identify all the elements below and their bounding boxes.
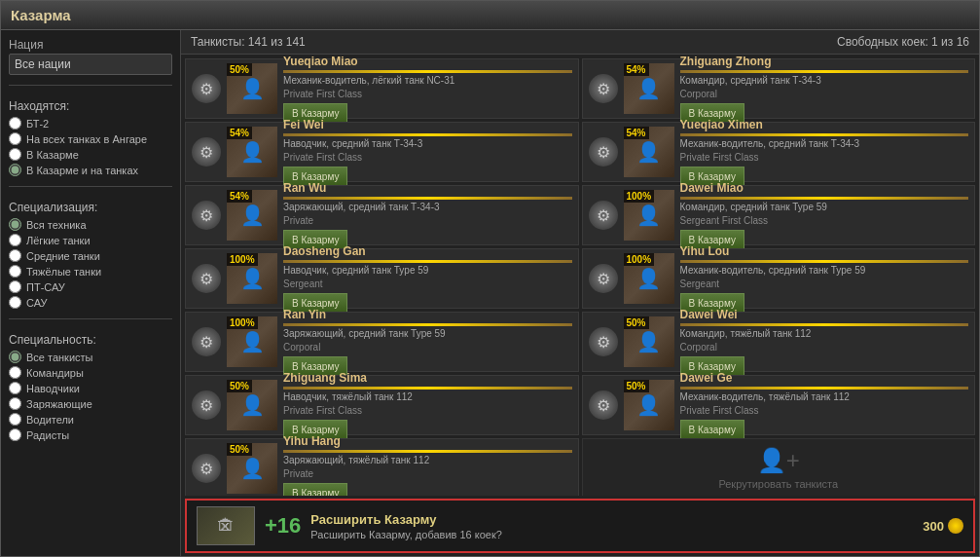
tankman-name: Zhiguang Sima [283, 371, 572, 385]
tankman-name: Yihu Hang [283, 434, 572, 448]
tankman-rank: Private First Class [680, 405, 969, 416]
tankman-role: Заряжающий, тяжёлый танк 112 [283, 455, 572, 466]
specialty-loader[interactable]: Заряжающие [9, 397, 172, 410]
tankman-info: Zhiguang Sima Наводчик, тяжёлый танк 112… [283, 371, 572, 440]
nation-label: Нация [9, 38, 172, 52]
divider-3 [9, 318, 172, 319]
location-label-all-hangar: На всех танках в Ангаре [26, 133, 147, 145]
nation-select[interactable]: Все нации [9, 54, 172, 75]
location-option-barracks[interactable]: В Казарме [9, 148, 172, 161]
tankman-info: Zhiguang Zhong Командир, средний танк Т-… [680, 55, 969, 124]
gear-icon: ⚙ [192, 454, 221, 483]
tankman-name: Zhiguang Zhong [680, 55, 969, 68]
pct-badge: 54% [624, 127, 649, 139]
tankman-info: Yihu Lou Механик-водитель, средний танк … [680, 244, 969, 314]
main-content: Танкисты: 141 из 141 Свободных коек: 1 и… [181, 30, 979, 556]
spec-medium[interactable]: Средние танки [9, 249, 172, 262]
tankman-card: ⚙ 👤 54% Zhiguang Zhong Командир, средний… [582, 58, 976, 119]
tankman-rank: Private First Class [283, 89, 572, 99]
spec-light[interactable]: Лёгкие танки [9, 234, 172, 246]
location-label-bt2: БТ-2 [26, 118, 49, 130]
tankman-role: Заряжающий, средний танк Type 59 [283, 328, 572, 340]
expand-preview-image: 🏚 [197, 506, 255, 545]
tankman-avatar: 👤 50% [624, 380, 674, 430]
specialty-radio[interactable]: Радисты [9, 428, 172, 441]
gear-icon: ⚙ [589, 390, 618, 420]
pct-badge: 50% [624, 316, 649, 329]
tankman-name: Dawei Ge [680, 371, 969, 385]
specialty-driver[interactable]: Водители [9, 413, 172, 426]
stripe-bar [283, 133, 572, 136]
gear-icon: ⚙ [192, 74, 221, 103]
tankman-info: Yueqiao Miao Механик-водитель, лёгкий та… [283, 55, 572, 124]
spec-heavy[interactable]: Тяжёлые танки [9, 265, 172, 278]
spec-spg[interactable]: САУ [9, 296, 172, 309]
tankman-card: ⚙ 👤 100% Yihu Lou Механик-водитель, сред… [582, 248, 976, 309]
gear-icon: ⚙ [589, 201, 618, 230]
gear-icon: ⚙ [192, 201, 221, 230]
tankman-name: Ran Yin [283, 308, 572, 321]
title-bar: Казарма [1, 1, 979, 30]
divider-2 [9, 186, 172, 187]
pct-badge: 50% [227, 380, 252, 392]
tankman-card: ⚙ 👤 54% Yueqiao Ximen Механик-водитель, … [582, 122, 976, 182]
tankman-card: ⚙ 👤 100% Daosheng Gan Наводчик, средний … [185, 248, 579, 309]
location-option-both[interactable]: В Казарме и на танках [9, 164, 172, 176]
spec-all[interactable]: Вся техника [9, 218, 172, 231]
tankman-card: ⚙ 👤 50% Yihu Hang Заряжающий, тяжёлый та… [185, 438, 579, 496]
tankman-info: Dawei Wei Командир, тяжёлый танк 112 Cor… [680, 308, 969, 377]
tankman-rank: Corporal [680, 342, 969, 353]
tankman-info: Ran Wu Заряжающий, средний танк Т-34-3 P… [283, 181, 572, 250]
btn-barracks[interactable]: В Казарму [680, 420, 744, 440]
specialty-gunner[interactable]: Наводчики [9, 382, 172, 394]
tankman-avatar: 👤 54% [624, 63, 674, 114]
specialty-all[interactable]: Все танкисты [9, 351, 172, 363]
expand-title: Расширить Казарму [310, 512, 913, 527]
pct-badge: 50% [624, 380, 649, 392]
pct-badge: 50% [227, 63, 252, 76]
expand-text: Расширить Казарму Расширить Казарму, доб… [310, 512, 913, 540]
tankman-avatar: 👤 54% [624, 127, 674, 177]
btn-barracks[interactable]: В Казарму [283, 483, 347, 497]
specialty-commander[interactable]: Командиры [9, 366, 172, 379]
tankman-rank: Corporal [680, 89, 969, 99]
gear-icon: ⚙ [589, 264, 618, 293]
pct-badge: 100% [227, 253, 258, 266]
recruit-slot[interactable]: 👤+ Рекрутировать танкиста [582, 438, 976, 496]
tankmen-list: ⚙ 👤 50% Yueqiao Miao Механик-водитель, л… [181, 55, 979, 496]
window-title: Казарма [11, 7, 71, 23]
tankman-role: Командир, тяжёлый танк 112 [680, 328, 969, 340]
tankman-avatar: 👤 100% [624, 253, 674, 304]
tankman-rank: Sergeant First Class [680, 215, 969, 226]
gear-icon: ⚙ [589, 137, 618, 167]
pct-badge: 54% [624, 63, 649, 76]
free-bunks: Свободных коек: 1 из 16 [837, 35, 969, 49]
tankman-rank: Sergeant [283, 278, 572, 289]
location-option-all-hangar[interactable]: На всех танках в Ангаре [9, 132, 172, 145]
expand-cost-value: 300 [923, 519, 944, 534]
spec-radio-group: Вся техника Лёгкие танки Средние танки Т… [9, 218, 172, 309]
expand-barracks-bar[interactable]: 🏚 +16 Расширить Казарму Расширить Казарм… [185, 499, 975, 553]
stripe-bar [680, 70, 969, 73]
tankman-card: ⚙ 👤 54% Ran Wu Заряжающий, средний танк … [185, 185, 579, 245]
tankman-role: Наводчик, тяжёлый танк 112 [283, 391, 572, 403]
tankman-avatar: 👤 50% [227, 63, 277, 114]
location-option-bt2[interactable]: БТ-2 [9, 117, 172, 130]
pct-badge: 100% [624, 190, 655, 203]
tankman-info: Yueqiao Ximen Механик-водитель, средний … [680, 118, 969, 187]
specialty-title: Специальность: [9, 333, 172, 347]
tankman-avatar: 👤 50% [624, 316, 674, 367]
content-header: Танкисты: 141 из 141 Свободных коек: 1 и… [181, 30, 979, 55]
tankman-role: Заряжающий, средний танк Т-34-3 [283, 202, 572, 213]
tankman-avatar: 👤 50% [227, 443, 277, 494]
tankists-count: Танкисты: 141 из 141 [191, 35, 306, 49]
tankman-rank: Private [283, 468, 572, 479]
gear-icon: ⚙ [589, 74, 618, 103]
stripe-bar [283, 260, 572, 263]
spec-td[interactable]: ПТ-САУ [9, 280, 172, 293]
pct-badge: 54% [227, 190, 252, 203]
tankman-name: Yueqiao Miao [283, 55, 572, 68]
tankman-name: Dawei Miao [680, 181, 969, 195]
tankman-rank: Private First Class [283, 405, 572, 416]
tankman-info: Dawei Miao Командир, средний танк Type 5… [680, 181, 969, 250]
